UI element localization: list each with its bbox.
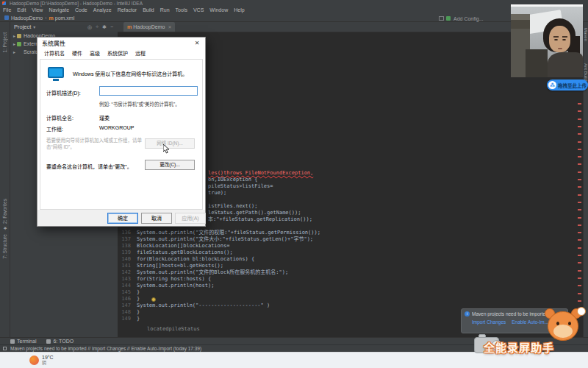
hide-panel-icon[interactable]: −: [110, 24, 113, 30]
menu-item[interactable]: Build: [140, 7, 157, 14]
code-fragment: on,IOException {: [208, 177, 312, 183]
tool-stripe-maven[interactable]: Maven: [584, 28, 588, 41]
code-text[interactable]: System.out.println("文件的权限:"+fileStatus.g…: [137, 230, 320, 236]
webcam-overlay[interactable]: [511, 4, 583, 77]
add-configuration-button[interactable]: Add Config...: [453, 16, 483, 21]
code-line: 143 for(String host:hosts) {: [118, 276, 320, 283]
code-text[interactable]: String[]hosts=bl.getHosts();: [137, 263, 223, 269]
code-text[interactable]: }: [137, 296, 140, 302]
code-text[interactable]: }: [137, 309, 140, 316]
expand-arrow-icon[interactable]: ▸: [13, 49, 15, 54]
menu-item[interactable]: Run: [157, 7, 173, 14]
menu-item[interactable]: Analyze: [90, 7, 115, 14]
dialog-tab[interactable]: 远程: [132, 48, 149, 58]
settings-gear-icon[interactable]: ✱: [102, 24, 107, 30]
dialog-tab[interactable]: 高级: [86, 48, 104, 58]
run-config-area: Add Config...: [439, 15, 483, 22]
upload-drop-button[interactable]: ⁂ 拖拽至此上传: [547, 79, 588, 91]
menu-item[interactable]: Navigate: [46, 7, 72, 14]
folder-icon: [17, 50, 21, 54]
import-changes-link[interactable]: Import Changes: [472, 319, 506, 325]
menu-item[interactable]: File: [0, 7, 14, 14]
close-icon[interactable]: ✕: [189, 38, 205, 49]
line-number: 145: [118, 289, 137, 296]
project-panel-title[interactable]: Project: [14, 24, 31, 30]
code-fragment-error: les()throws FileNotFoundException,: [208, 170, 313, 177]
share-icon: ⁂: [548, 81, 556, 89]
apply-button: 应用(A): [175, 213, 206, 224]
code-text[interactable]: System.out.println("--------------------…: [137, 302, 270, 309]
intention-bulb-icon[interactable]: [151, 297, 156, 302]
fullname-label: 计算机全名:: [46, 114, 74, 121]
dialog-tab[interactable]: 硬件: [68, 48, 86, 58]
expand-arrow-icon[interactable]: ▸: [13, 33, 15, 38]
locate-icon[interactable]: ◎: [87, 24, 92, 30]
code-fragment: [208, 197, 312, 203]
code-text[interactable]: for(String host:hosts) {: [137, 276, 211, 283]
line-number: 143: [118, 276, 137, 283]
expand-arrow-icon[interactable]: ▸: [13, 41, 15, 46]
line-number: 147: [118, 302, 137, 309]
wrench-icon[interactable]: [446, 16, 451, 21]
code-line: 141 String[]hosts=bl.getHosts();: [118, 263, 320, 269]
status-message[interactable]: Maven projects need to be imported // Im…: [10, 346, 201, 351]
ok-button[interactable]: 确定: [107, 213, 138, 224]
line-number: 140: [118, 256, 137, 263]
dialog-tab[interactable]: 系统保护: [104, 48, 132, 58]
tool-window-button[interactable]: 6: TODO: [46, 339, 74, 344]
layout-icon[interactable]: [439, 16, 444, 21]
code-line: 145 }: [118, 289, 320, 296]
breadcrumb-project[interactable]: HadoopDemo: [11, 14, 43, 22]
status-icon[interactable]: [3, 347, 7, 350]
code-block: 136 System.out.println("文件的权限:"+fileStat…: [118, 230, 320, 322]
menu-item[interactable]: Code: [72, 7, 90, 14]
dialog-title: 系统属性: [42, 39, 65, 47]
collapse-icon[interactable]: ÷: [96, 24, 98, 30]
menu-item[interactable]: Edit: [14, 7, 29, 14]
project-icon: [4, 15, 9, 20]
line-number: 144: [118, 283, 137, 289]
workgroup-value: WORKGROUP: [99, 125, 134, 130]
tool-window-button[interactable]: Terminal: [10, 339, 36, 344]
screen: HadoopDemo [D:\HadoopDemo] - HadoopDemo …: [0, 0, 588, 368]
tool-stripe-favorites[interactable]: ★ 2: Favorites: [2, 199, 8, 231]
code-line: 147 System.out.println("----------------…: [118, 302, 320, 309]
dialog-tab[interactable]: 计算机名: [40, 48, 68, 58]
folder-icon: [17, 42, 21, 46]
webcam-furniture: [526, 49, 548, 77]
tool-stripe-structure[interactable]: 7: Structure: [2, 234, 7, 259]
menu-item[interactable]: Tools: [173, 7, 190, 14]
code-text[interactable]: System.out.println("文件的Block所在服务机的主机名:")…: [137, 269, 288, 276]
cancel-button[interactable]: 取消: [141, 213, 172, 224]
dialog-actions: 确定 取消 应用(A): [37, 210, 205, 226]
close-icon[interactable]: ✕: [168, 24, 171, 29]
code-fragment: istFiles.next();: [208, 203, 312, 210]
star-icon: ★: [2, 224, 7, 231]
line-number: 142: [118, 269, 137, 276]
code-text[interactable]: System.out.println("文件大小:"+fileStatus.ge…: [137, 236, 313, 243]
menu-item[interactable]: Refactor: [115, 7, 140, 14]
menu-item[interactable]: VCS: [190, 7, 207, 14]
network-id-button: 网络 ID(N)...: [145, 138, 195, 149]
code-line: 136 System.out.println("文件的权限:"+fileStat…: [118, 230, 320, 236]
code-text[interactable]: fileStatus.getBlockLocations();: [137, 250, 233, 256]
line-number: 137: [118, 236, 137, 243]
network-id-hint: 若要使用向导将计算机加入域或工作组，请单击“网络 ID”。: [46, 138, 143, 150]
change-button[interactable]: 更改(C)...: [145, 160, 195, 170]
taskbar-weather-widget[interactable]: 19°C 阴: [29, 355, 54, 366]
editor-tab[interactable]: m HadoopDemo ✕: [123, 22, 175, 32]
tool-stripe-ant[interactable]: Ant Build: [584, 63, 588, 81]
code-text[interactable]: System.out.println(host);: [137, 283, 214, 289]
code-text[interactable]: }: [137, 316, 140, 322]
code-text[interactable]: for(BlockLocation bl:blockLocations) {: [137, 256, 254, 263]
breadcrumb-file[interactable]: pom.xml: [55, 14, 74, 22]
menubar: FileEditViewNavigateCodeAnalyzeRefactorB…: [0, 7, 588, 14]
menu-item[interactable]: View: [29, 7, 46, 14]
code-line: 140 for(BlockLocation bl:blockLocations)…: [118, 256, 320, 263]
tool-stripe-project[interactable]: 1: Project: [2, 32, 7, 52]
computer-description-input[interactable]: [99, 86, 198, 96]
menu-item[interactable]: Help: [231, 7, 247, 14]
code-text[interactable]: BlockLocation[]blockLocations=: [137, 243, 229, 250]
menu-item[interactable]: Window: [207, 7, 231, 14]
code-text[interactable]: }: [137, 289, 140, 296]
